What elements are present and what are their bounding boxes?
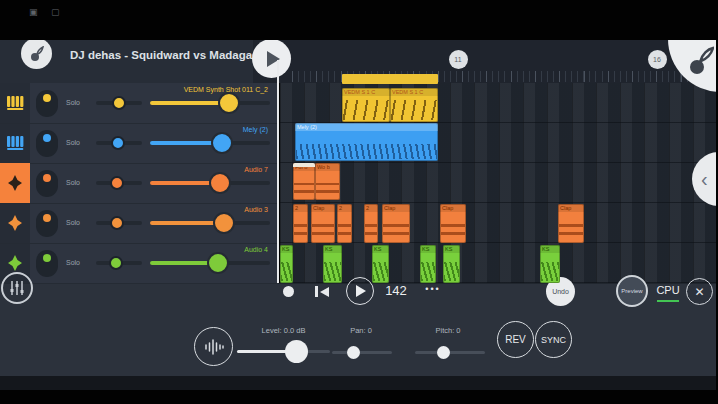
solo-button[interactable]: Solo [66,179,80,186]
volume-knob[interactable] [207,252,229,274]
playlist-clip[interactable]: Mely (2) [295,123,438,161]
pan-knob-slider[interactable] [96,83,142,123]
pan-knob-slider[interactable] [96,203,142,243]
instrument-icon[interactable] [0,123,30,163]
pan-knob-slider[interactable] [96,243,142,283]
rewind-button[interactable] [315,286,329,297]
instrument-icon[interactable] [0,203,30,243]
clip-label: Mely (2) [295,123,438,131]
clip-label: VEDM S 1 C [390,88,438,96]
bpm-value[interactable]: 142 [381,283,411,298]
pan-slider-track[interactable] [332,351,392,354]
track-row[interactable]: SoloVEDM Synth Shot 011 C_2 [0,83,278,124]
playlist-clip[interactable]: 2 [337,204,352,243]
pan-slider-knob[interactable] [347,346,360,359]
reverse-button[interactable]: REV [497,321,534,358]
fl-menu-fruit-icon [30,46,44,62]
pitch-slider-track[interactable] [415,351,485,354]
clip-pattern [316,177,339,198]
clip-pattern [365,218,377,241]
pan-knob[interactable] [112,96,126,110]
volume-muted-icon: ▣ [29,7,38,17]
level-label: Level: 0.0 dB [237,326,330,335]
track-row[interactable]: SoloMely (2) [0,123,278,164]
instrument-icon[interactable] [0,83,30,123]
playhead-line[interactable] [277,60,279,283]
playlist-clip[interactable]: 2 [293,204,308,243]
clip-pattern [541,262,559,281]
playlist-clip[interactable]: KS [443,245,460,283]
fl-menu-button[interactable] [21,38,52,69]
volume-knob[interactable] [211,132,233,154]
clip-pattern [391,100,437,120]
clip-label: Clap [558,204,584,212]
mute-indicator-dot [43,254,51,262]
mute-toggle[interactable] [36,90,58,117]
track-name: Audio 7 [244,166,268,173]
playlist-clip[interactable]: KS [420,245,436,283]
mute-toggle[interactable] [36,130,58,157]
playlist-clip[interactable]: KS [372,245,389,283]
playlist-clip[interactable]: KS [323,245,342,283]
solo-button[interactable]: Solo [66,219,80,226]
cpu-meter-bar [657,300,679,302]
track-row[interactable]: SoloAudio 4 [0,243,278,284]
clip-pattern [421,262,435,281]
pan-knob-slider[interactable] [96,123,142,163]
mute-toggle[interactable] [36,250,58,277]
solo-button[interactable]: Solo [66,139,80,146]
close-button[interactable]: ✕ [686,278,713,305]
mute-toggle[interactable] [36,210,58,237]
record-button[interactable] [283,286,294,297]
pan-knob[interactable] [109,256,123,270]
sync-button[interactable]: SYNC [535,321,572,358]
playlist-clip[interactable]: Clap [382,204,410,243]
mute-toggle[interactable] [36,170,58,197]
playlist-clip[interactable]: Wo b [315,163,340,200]
clip-pattern [383,218,409,241]
track-row[interactable]: SoloAudio 7 [0,163,278,204]
clip-label: Wo b [315,163,340,171]
mixer-button[interactable] [1,272,33,304]
audio-clip-button[interactable] [194,327,233,366]
play-header-button[interactable] [252,39,291,78]
time-selection-bar[interactable] [342,74,438,84]
pan-knob[interactable] [110,176,124,190]
ruler-marker[interactable]: 11 [449,50,468,69]
level-slider-knob[interactable] [285,340,308,363]
pan-knob[interactable] [111,136,125,150]
volume-knob[interactable] [209,172,231,194]
clip-label: 2 [337,204,352,212]
ctrl-menu-button[interactable]: ••• [419,284,447,294]
playlist-clip[interactable]: 2 [364,204,378,243]
volume-knob[interactable] [213,212,235,234]
playlist-clip[interactable]: Clap [440,204,466,243]
playlist-clip[interactable]: KS [280,245,293,283]
clip-label: Clap [311,204,335,212]
pitch-slider-knob[interactable] [437,346,450,359]
volume-knob[interactable] [218,92,240,114]
clip-pattern [281,262,292,281]
song-title: DJ dehas - Squidward vs Madagaskar [70,49,255,61]
solo-button[interactable]: Solo [66,99,80,106]
track-row[interactable]: SoloAudio 3 [0,203,278,244]
playlist-clip[interactable]: Clap [311,204,335,243]
playlist-clip[interactable]: Clap [558,204,584,243]
playlist-clip[interactable]: VEDM S 1 C [342,88,390,122]
playlist-clip[interactable]: VEDM S 1 C [390,88,438,122]
clip-pattern [444,262,459,281]
playlist-clip[interactable]: KS [540,245,560,283]
rewind-triangle-icon [320,287,329,297]
clip-pattern [373,262,388,281]
playlist-clip[interactable]: Ful b [293,163,315,200]
pan-knob-slider[interactable] [96,163,142,203]
clip-label: 2 [293,204,308,212]
preview-button[interactable]: Preview [616,275,648,307]
pan-knob[interactable] [110,216,124,230]
clip-selection-highlight [293,163,315,167]
ruler-marker[interactable]: 16 [648,50,667,69]
solo-button[interactable]: Solo [66,259,80,266]
instrument-icon[interactable] [0,163,30,203]
clip-label: KS [372,245,389,253]
play-transport-button[interactable] [346,277,374,305]
